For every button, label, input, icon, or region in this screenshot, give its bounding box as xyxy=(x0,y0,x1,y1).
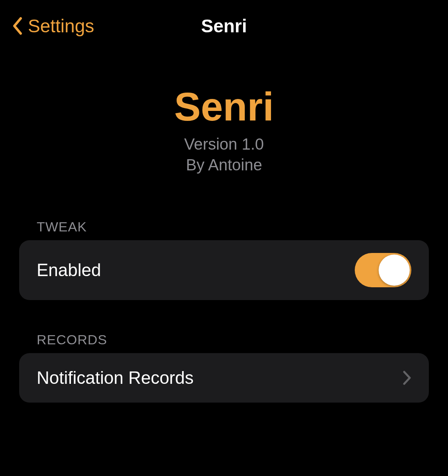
section-header-tweak: TWEAK xyxy=(19,219,429,240)
hero-author: By Antoine xyxy=(0,154,448,175)
enabled-label: Enabled xyxy=(37,260,101,280)
back-label: Settings xyxy=(28,15,94,37)
hero-section: Senri Version 1.0 By Antoine xyxy=(0,48,448,219)
records-cell-group: Notification Records xyxy=(19,353,429,403)
toggle-knob xyxy=(379,255,410,286)
section-header-records: RECORDS xyxy=(19,332,429,353)
navigation-bar: Settings Senri xyxy=(0,0,448,48)
back-button[interactable]: Settings xyxy=(12,15,94,37)
page-title: Senri xyxy=(201,15,247,37)
notification-records-cell[interactable]: Notification Records xyxy=(19,353,429,403)
hero-title: Senri xyxy=(0,84,448,130)
enabled-toggle[interactable] xyxy=(355,253,411,287)
chevron-right-icon xyxy=(403,370,411,385)
hero-version: Version 1.0 xyxy=(0,134,448,154)
tweak-cell-group: Enabled xyxy=(19,240,429,300)
chevron-left-icon xyxy=(12,17,23,35)
notification-records-label: Notification Records xyxy=(37,368,194,388)
enabled-cell: Enabled xyxy=(19,240,429,300)
tweak-section: TWEAK Enabled xyxy=(0,219,448,300)
records-section: RECORDS Notification Records xyxy=(0,332,448,403)
